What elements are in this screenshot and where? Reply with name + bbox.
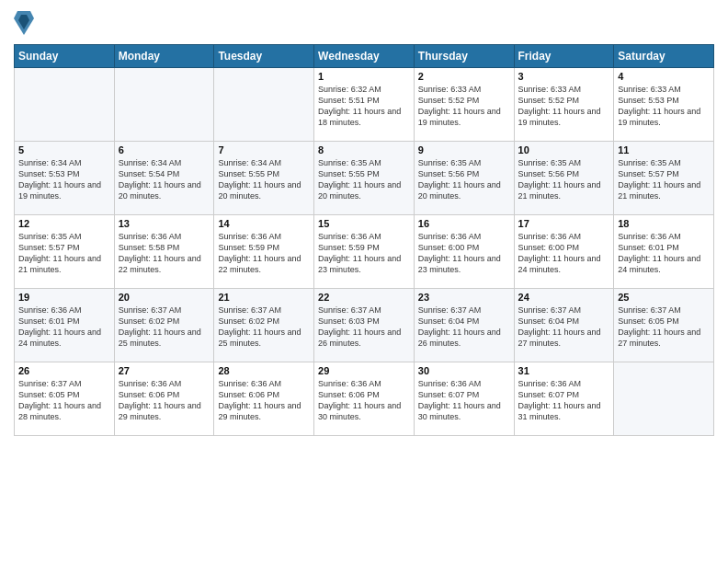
calendar-cell [614, 362, 714, 436]
calendar-cell: 13Sunrise: 6:36 AM Sunset: 5:58 PM Dayli… [114, 215, 214, 289]
day-number: 22 [318, 292, 410, 303]
day-info: Sunrise: 6:35 AM Sunset: 5:57 PM Dayligh… [18, 231, 110, 276]
day-number: 12 [18, 218, 110, 229]
day-info: Sunrise: 6:36 AM Sunset: 5:58 PM Dayligh… [119, 231, 210, 276]
day-info: Sunrise: 6:36 AM Sunset: 6:01 PM Dayligh… [18, 304, 110, 350]
calendar-week-row: 12Sunrise: 6:35 AM Sunset: 5:57 PM Dayli… [15, 215, 714, 289]
weekday-header-saturday: Saturday [614, 45, 714, 68]
day-number: 26 [18, 365, 110, 376]
calendar-cell: 20Sunrise: 6:37 AM Sunset: 6:02 PM Dayli… [114, 289, 214, 362]
day-number: 13 [119, 218, 210, 229]
day-info: Sunrise: 6:36 AM Sunset: 6:01 PM Dayligh… [618, 231, 710, 276]
calendar-cell: 16Sunrise: 6:36 AM Sunset: 6:00 PM Dayli… [414, 215, 514, 289]
calendar-week-row: 1Sunrise: 6:32 AM Sunset: 5:51 PM Daylig… [15, 68, 714, 142]
day-number: 15 [318, 218, 410, 229]
day-number: 9 [418, 144, 510, 155]
calendar-cell: 4Sunrise: 6:33 AM Sunset: 5:53 PM Daylig… [614, 68, 714, 142]
day-number: 5 [18, 144, 110, 155]
calendar-week-row: 19Sunrise: 6:36 AM Sunset: 6:01 PM Dayli… [15, 289, 714, 362]
calendar-cell [15, 68, 115, 142]
day-info: Sunrise: 6:34 AM Sunset: 5:55 PM Dayligh… [218, 157, 310, 202]
calendar-cell: 11Sunrise: 6:35 AM Sunset: 5:57 PM Dayli… [614, 142, 714, 215]
calendar-cell: 9Sunrise: 6:35 AM Sunset: 5:56 PM Daylig… [414, 142, 514, 215]
calendar-table: SundayMondayTuesdayWednesdayThursdayFrid… [14, 44, 714, 436]
calendar-cell: 28Sunrise: 6:36 AM Sunset: 6:06 PM Dayli… [214, 362, 314, 436]
calendar-cell: 21Sunrise: 6:37 AM Sunset: 6:02 PM Dayli… [214, 289, 314, 362]
day-info: Sunrise: 6:37 AM Sunset: 6:05 PM Dayligh… [18, 378, 110, 423]
day-number: 21 [218, 292, 310, 303]
calendar-cell: 8Sunrise: 6:35 AM Sunset: 5:55 PM Daylig… [314, 142, 415, 215]
calendar-cell [214, 68, 314, 142]
calendar-cell: 26Sunrise: 6:37 AM Sunset: 6:05 PM Dayli… [15, 362, 115, 436]
day-number: 11 [618, 144, 710, 155]
day-number: 31 [518, 365, 610, 376]
calendar-cell: 1Sunrise: 6:32 AM Sunset: 5:51 PM Daylig… [314, 68, 415, 142]
calendar-cell: 25Sunrise: 6:37 AM Sunset: 6:05 PM Dayli… [614, 289, 714, 362]
calendar-cell [114, 68, 214, 142]
calendar-cell: 22Sunrise: 6:37 AM Sunset: 6:03 PM Dayli… [314, 289, 415, 362]
day-info: Sunrise: 6:36 AM Sunset: 5:59 PM Dayligh… [318, 231, 410, 276]
day-info: Sunrise: 6:37 AM Sunset: 6:05 PM Dayligh… [618, 304, 710, 350]
day-number: 6 [119, 144, 210, 155]
day-info: Sunrise: 6:36 AM Sunset: 6:06 PM Dayligh… [218, 378, 310, 423]
calendar-cell: 6Sunrise: 6:34 AM Sunset: 5:54 PM Daylig… [114, 142, 214, 215]
day-number: 10 [518, 144, 610, 155]
day-info: Sunrise: 6:37 AM Sunset: 6:04 PM Dayligh… [418, 304, 510, 350]
weekday-header-tuesday: Tuesday [214, 45, 314, 68]
day-info: Sunrise: 6:35 AM Sunset: 5:56 PM Dayligh… [418, 157, 510, 202]
day-info: Sunrise: 6:37 AM Sunset: 6:04 PM Dayligh… [518, 304, 610, 350]
day-info: Sunrise: 6:34 AM Sunset: 5:54 PM Dayligh… [119, 157, 210, 202]
day-info: Sunrise: 6:37 AM Sunset: 6:02 PM Dayligh… [218, 304, 310, 350]
day-info: Sunrise: 6:36 AM Sunset: 6:00 PM Dayligh… [418, 231, 510, 276]
calendar-cell: 31Sunrise: 6:36 AM Sunset: 6:07 PM Dayli… [514, 362, 614, 436]
day-number: 1 [318, 71, 410, 82]
calendar-cell: 24Sunrise: 6:37 AM Sunset: 6:04 PM Dayli… [514, 289, 614, 362]
day-info: Sunrise: 6:36 AM Sunset: 6:06 PM Dayligh… [119, 378, 210, 423]
day-number: 25 [618, 292, 710, 303]
calendar-week-row: 5Sunrise: 6:34 AM Sunset: 5:53 PM Daylig… [15, 142, 714, 215]
calendar-cell: 5Sunrise: 6:34 AM Sunset: 5:53 PM Daylig… [15, 142, 115, 215]
day-info: Sunrise: 6:35 AM Sunset: 5:55 PM Dayligh… [318, 157, 410, 202]
calendar-cell: 18Sunrise: 6:36 AM Sunset: 6:01 PM Dayli… [614, 215, 714, 289]
day-number: 23 [418, 292, 510, 303]
day-info: Sunrise: 6:36 AM Sunset: 6:07 PM Dayligh… [518, 378, 610, 423]
day-number: 24 [518, 292, 610, 303]
day-info: Sunrise: 6:36 AM Sunset: 6:07 PM Dayligh… [418, 378, 510, 423]
day-info: Sunrise: 6:33 AM Sunset: 5:52 PM Dayligh… [418, 84, 510, 129]
day-number: 7 [218, 144, 310, 155]
calendar-week-row: 26Sunrise: 6:37 AM Sunset: 6:05 PM Dayli… [15, 362, 714, 436]
calendar-cell: 17Sunrise: 6:36 AM Sunset: 6:00 PM Dayli… [514, 215, 614, 289]
day-info: Sunrise: 6:33 AM Sunset: 5:53 PM Dayligh… [618, 84, 710, 129]
day-info: Sunrise: 6:37 AM Sunset: 6:03 PM Dayligh… [318, 304, 410, 350]
day-number: 2 [418, 71, 510, 82]
calendar-cell: 10Sunrise: 6:35 AM Sunset: 5:56 PM Dayli… [514, 142, 614, 215]
weekday-header-sunday: Sunday [15, 45, 115, 68]
calendar-cell: 14Sunrise: 6:36 AM Sunset: 5:59 PM Dayli… [214, 215, 314, 289]
day-info: Sunrise: 6:32 AM Sunset: 5:51 PM Dayligh… [318, 84, 410, 129]
weekday-header-friday: Friday [514, 45, 614, 68]
day-number: 29 [318, 365, 410, 376]
day-info: Sunrise: 6:35 AM Sunset: 5:57 PM Dayligh… [618, 157, 710, 202]
weekday-header-monday: Monday [114, 45, 214, 68]
day-number: 16 [418, 218, 510, 229]
day-number: 17 [518, 218, 610, 229]
day-number: 20 [119, 292, 210, 303]
logo-icon [14, 9, 34, 37]
day-number: 27 [119, 365, 210, 376]
calendar-cell: 12Sunrise: 6:35 AM Sunset: 5:57 PM Dayli… [15, 215, 115, 289]
calendar-cell: 23Sunrise: 6:37 AM Sunset: 6:04 PM Dayli… [414, 289, 514, 362]
day-number: 14 [218, 218, 310, 229]
day-number: 19 [18, 292, 110, 303]
day-info: Sunrise: 6:34 AM Sunset: 5:53 PM Dayligh… [18, 157, 110, 202]
calendar-cell: 27Sunrise: 6:36 AM Sunset: 6:06 PM Dayli… [114, 362, 214, 436]
day-number: 3 [518, 71, 610, 82]
day-info: Sunrise: 6:36 AM Sunset: 6:06 PM Dayligh… [318, 378, 410, 423]
calendar-cell: 2Sunrise: 6:33 AM Sunset: 5:52 PM Daylig… [414, 68, 514, 142]
day-info: Sunrise: 6:36 AM Sunset: 5:59 PM Dayligh… [218, 231, 310, 276]
page-header [14, 9, 714, 37]
day-info: Sunrise: 6:33 AM Sunset: 5:52 PM Dayligh… [518, 84, 610, 129]
day-number: 18 [618, 218, 710, 229]
day-info: Sunrise: 6:36 AM Sunset: 6:00 PM Dayligh… [518, 231, 610, 276]
page-container: SundayMondayTuesdayWednesdayThursdayFrid… [0, 0, 728, 445]
calendar-cell: 19Sunrise: 6:36 AM Sunset: 6:01 PM Dayli… [15, 289, 115, 362]
